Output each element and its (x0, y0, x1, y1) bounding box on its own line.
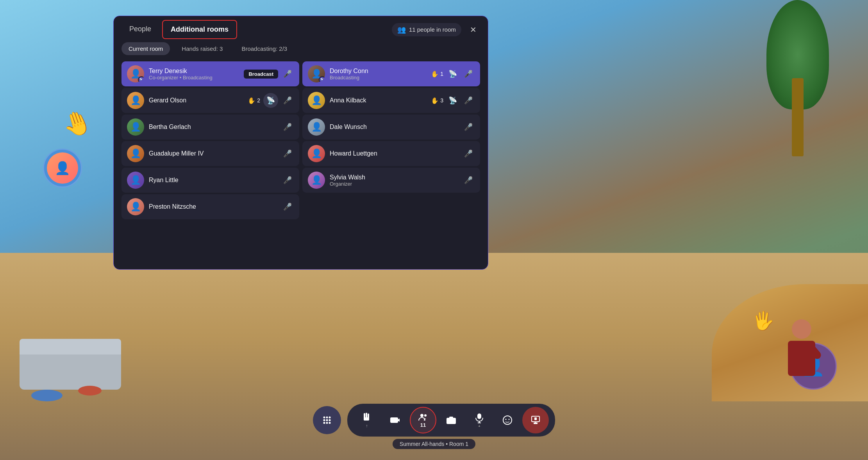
avatar-broadcast-badge-terry: 📡 (138, 76, 144, 82)
person-row-bertha[interactable]: 👤 Bertha Gerlach 🎤 (121, 115, 299, 140)
person-info-dorothy: Dorothy Conn Broadcasting (330, 68, 426, 81)
mic-icon-anna[interactable]: 🎤 (462, 94, 475, 107)
avatar-anna: 👤 (308, 92, 325, 109)
filter-hands-raised[interactable]: Hands raised: 3 (175, 42, 230, 55)
person-row-anna[interactable]: 👤 Anna Kilback ✋ 3 📡 🎤 (302, 88, 480, 113)
people-count-button[interactable]: 11 (410, 407, 436, 433)
person-actions-dorothy: ✋ 1 📡 🎤 (431, 68, 475, 80)
person-right-head (792, 319, 811, 339)
broadcast-icon-gerard[interactable]: 📡 (263, 93, 278, 108)
person-info-guadalupe: Guadalupe Miller IV (149, 150, 277, 157)
avatar-left-circle: 👤 (43, 149, 82, 188)
person-info-preston: Preston Nitzsche (149, 203, 277, 210)
mic-off-icon-bertha[interactable]: 🎤 (281, 121, 294, 133)
person-right-decoration (786, 319, 817, 382)
person-row-gerard[interactable]: 👤 Gerard Olson ✋ 2 📡 🎤 (121, 88, 299, 113)
person-name-gerard: Gerard Olson (149, 97, 243, 104)
mic-off-icon-dale[interactable]: 🎤 (462, 121, 475, 133)
person-actions-bertha: 🎤 (281, 121, 294, 133)
person-row-dale[interactable]: 👤 Dale Wunsch 🎤 (302, 115, 480, 140)
mic-icon-terry[interactable]: 🎤 (281, 68, 294, 80)
filter-current-room[interactable]: Current room (121, 42, 170, 55)
avatar-howard: 👤 (308, 145, 325, 162)
hand-count-value-gerard: 2 (257, 97, 260, 104)
person-row-preston[interactable]: 👤 Preston Nitzsche 🎤 (121, 194, 299, 219)
avatar-guadalupe: 👤 (127, 145, 144, 162)
hand-count-value-anna: 3 (440, 97, 443, 104)
bottom-toolbar: ↑ 11 (313, 404, 555, 437)
svg-point-0 (323, 417, 325, 419)
avatar-sylvia: 👤 (308, 172, 325, 189)
person-name-guadalupe: Guadalupe Miller IV (149, 150, 277, 157)
person-role-sylvia: Organizer (330, 181, 457, 187)
person-row-dorothy[interactable]: 👤 📡 Dorothy Conn Broadcasting ✋ 1 📡 🎤 (302, 61, 480, 86)
hand-count-value-dorothy: 1 (440, 71, 443, 77)
couch (20, 351, 121, 390)
avatar-ryan: 👤 (127, 172, 144, 189)
person-info-howard: Howard Luettgen (330, 150, 457, 157)
snapshot-button[interactable] (438, 407, 464, 433)
person-actions-ryan: 🎤 (281, 174, 294, 186)
broadcast-icon-dorothy[interactable]: 📡 (447, 68, 459, 80)
person-row-howard[interactable]: 👤 Howard Luettgen 🎤 (302, 141, 480, 166)
person-row-terry[interactable]: 👤 📡 Terry Denesik Co-organizer • Broadca… (121, 61, 299, 86)
camera-button[interactable] (382, 407, 408, 433)
svg-rect-13 (390, 417, 398, 423)
svg-point-16 (424, 414, 427, 417)
raise-hand-label: ↑ (366, 423, 368, 428)
filter-broadcasting[interactable]: Broadcasting: 2/3 (234, 42, 294, 55)
person-info-sylvia: Sylvia Walsh Organizer (330, 174, 457, 187)
people-count-badge: 👥 11 people in room (392, 23, 461, 36)
mic-icon-preston[interactable]: 🎤 (281, 200, 294, 213)
couch-area (8, 311, 125, 390)
svg-marker-14 (398, 419, 400, 422)
waving-hand-right-decoration: 🖐️ (752, 310, 774, 331)
svg-point-23 (503, 416, 512, 424)
svg-point-15 (420, 414, 423, 417)
dots-grid-button[interactable] (313, 406, 341, 434)
microphone-button[interactable]: ▲ (466, 407, 493, 433)
content-area: 👤 📡 Terry Denesik Co-organizer • Broadca… (114, 58, 488, 269)
person-info-ryan: Ryan Little (149, 177, 277, 184)
person-role-dorothy: Broadcasting (330, 75, 426, 81)
person-row-ryan[interactable]: 👤 Ryan Little 🎤 (121, 168, 299, 193)
person-name-anna: Anna Kilback (330, 97, 426, 104)
person-name-bertha: Bertha Gerlach (149, 124, 277, 131)
mic-icon-dorothy[interactable]: 🎤 (462, 68, 475, 80)
person-actions-guadalupe: 🎤 (281, 147, 294, 160)
mic-icon-ryan[interactable]: 🎤 (281, 174, 294, 186)
tree-right (759, 0, 837, 156)
person-info-dale: Dale Wunsch (330, 124, 457, 131)
person-name-ryan: Ryan Little (149, 177, 277, 184)
person-info-terry: Terry Denesik Co-organizer • Broadcastin… (149, 68, 239, 81)
mic-icon-howard[interactable]: 🎤 (462, 147, 475, 160)
tab-additional-rooms[interactable]: Additional rooms (162, 20, 237, 39)
tab-people[interactable]: People (121, 20, 159, 39)
mic-icon-guadalupe[interactable]: 🎤 (281, 147, 294, 160)
tab-bar-right: 👥 11 people in room ✕ (392, 23, 480, 37)
avatar-broadcast-badge-dorothy: 📡 (319, 76, 325, 82)
mic-off-icon-sylvia[interactable]: 🎤 (462, 174, 475, 186)
mic-icon-gerard[interactable]: 🎤 (281, 94, 294, 107)
person-row-sylvia[interactable]: 👤 Sylvia Walsh Organizer 🎤 (302, 168, 480, 193)
person-actions-gerard: ✋ 2 📡 🎤 (248, 93, 294, 108)
svg-point-25 (509, 419, 510, 420)
waving-hand-left-decoration: 🤚 (59, 105, 96, 141)
avatar-bertha: 👤 (127, 118, 144, 136)
share-broadcast-button[interactable] (522, 407, 549, 433)
cushion-red (78, 386, 102, 396)
person-name-howard: Howard Luettgen (330, 150, 457, 157)
close-button[interactable]: ✕ (466, 23, 480, 37)
person-info-anna: Anna Kilback (330, 97, 426, 104)
person-info-bertha: Bertha Gerlach (149, 124, 277, 131)
person-actions-preston: 🎤 (281, 200, 294, 213)
tree-trunk (792, 78, 804, 156)
emoji-react-button[interactable] (494, 407, 521, 433)
person-row-guadalupe[interactable]: 👤 Guadalupe Miller IV 🎤 (121, 141, 299, 166)
filter-bar: Current room Hands raised: 3 Broadcastin… (114, 39, 488, 58)
raise-hand-button[interactable]: ↑ (354, 407, 380, 433)
broadcast-icon-anna[interactable]: 📡 (447, 94, 459, 107)
svg-point-2 (329, 417, 331, 419)
person-name-sylvia: Sylvia Walsh (330, 174, 457, 181)
svg-rect-19 (449, 417, 453, 419)
